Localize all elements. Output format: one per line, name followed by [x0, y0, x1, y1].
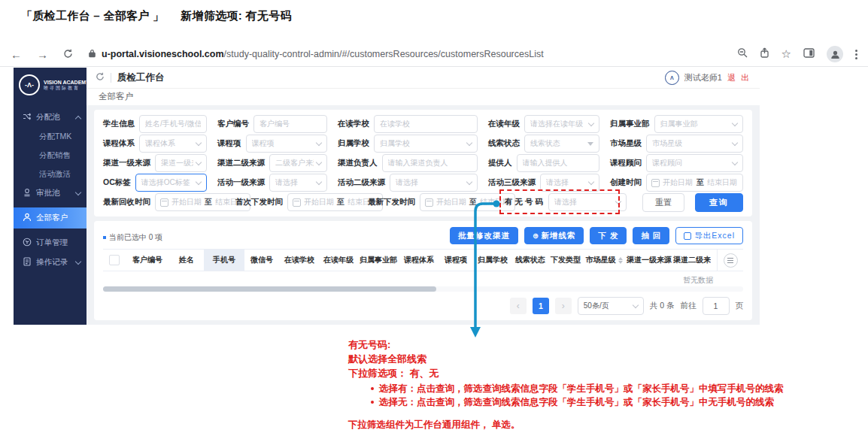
sidebar-item-分配TMK[interactable]: 分配TMK [14, 127, 86, 146]
query-button[interactable]: 查询 [695, 193, 743, 212]
sort-up-icon [618, 255, 623, 260]
menu-icon[interactable] [855, 50, 857, 59]
horizontal-scrollbar [103, 286, 743, 292]
input-在读学校[interactable]: 在读学校 [374, 115, 478, 133]
sidebar-item-活动激活[interactable]: 活动激活 [14, 165, 86, 183]
filter-label: 在读学校 [338, 119, 369, 129]
select-渠道一级来源[interactable]: 渠道一级来源 [155, 154, 207, 172]
filter-label: 创建时间 [610, 177, 642, 188]
reload-icon[interactable] [96, 71, 105, 84]
sort-icon[interactable] [618, 255, 623, 266]
filter-field-渠道负责人: 渠道负责人请输入渠道负责人 [338, 154, 488, 172]
input-客户编号[interactable]: 客户编号 [253, 115, 327, 133]
批量修改渠道-button[interactable]: 批量修改渠道 [450, 227, 518, 244]
zoom-icon[interactable] [737, 47, 748, 61]
star-icon[interactable]: ☆ [782, 47, 791, 61]
placeholder-text: 请选择OC标签 [141, 177, 193, 188]
placeholder-text: 二级客户来源 [275, 158, 314, 168]
filter-label: OC标签 [103, 177, 131, 188]
page-size-select[interactable]: 50条/页 [578, 297, 644, 315]
select-活动三级来源[interactable]: 请选择 [540, 174, 599, 192]
browser-toolbar: ← → u-portal.visioneschool.com/study-qua… [0, 42, 868, 67]
filter-field-客户编号: 客户编号客户编号 [217, 115, 338, 133]
新增线索-button[interactable]: ⊕新增线索 [524, 227, 584, 244]
chevron-down-icon [196, 140, 202, 146]
filter-field-在读年级: 在读年级请选择在读年级 [488, 115, 610, 133]
profile-icon[interactable] [827, 46, 843, 62]
sidebar-item-分配销售[interactable]: 分配销售 [14, 146, 86, 165]
filter-label: 首次下发时间 [235, 197, 283, 207]
select-活动一级来源[interactable]: 请选择 [269, 174, 327, 192]
sidebar-item-label: 分配销售 [39, 150, 80, 161]
column-header-姓名: 姓名 [169, 250, 204, 271]
input-提供人[interactable]: 请输入提供人 [517, 154, 600, 172]
sidebar-item-订单管理[interactable]: 订单管理 [14, 233, 86, 253]
chevron-down-icon [615, 198, 621, 204]
placeholder-text: 课程项 [252, 138, 314, 149]
forward-icon[interactable]: → [37, 48, 48, 61]
filter-label: 在读年级 [488, 119, 520, 129]
filter-field-创建时间: 创建时间开始日期至结束日期 [610, 174, 743, 192]
refresh-icon[interactable] [63, 48, 73, 61]
current-page-button[interactable]: 1 [533, 298, 549, 314]
logout-button[interactable]: 退 出 [727, 72, 751, 83]
sidebar-item-label: 分配池 [36, 112, 71, 123]
filter-field-归属学校: 归属学校归属学校 [338, 135, 488, 153]
下 发-button[interactable]: 下 发 [590, 227, 627, 244]
annotation-default-line: 默认选择全部线索 [348, 352, 784, 366]
back-icon[interactable]: ← [11, 48, 22, 61]
select-课程项[interactable]: 课程项 [246, 135, 328, 153]
导出Excel-button[interactable]: 导出Excel [675, 227, 743, 244]
抽 回-button[interactable]: 抽 回 [633, 227, 669, 244]
date-separator: 至 [697, 177, 704, 188]
select-活动二级来源[interactable]: 请选择 [390, 174, 478, 192]
sidebar-item-label: 审批池 [36, 188, 71, 198]
select-市场星级[interactable]: 市场星级 [646, 135, 743, 153]
pagination: ‹ 1 › 50条/页 共 0 条 前往 1 页 [103, 297, 743, 315]
shuffle-icon [23, 112, 32, 123]
tab-all-customers[interactable]: 全部客户 [99, 91, 133, 102]
filter-row: OC标签请选择OC标签活动一级来源请选择活动二级来源请选择活动三级来源请选择创建… [103, 173, 743, 192]
share-icon[interactable] [760, 47, 769, 61]
select-线索状态[interactable]: 线索状态 [524, 135, 599, 153]
select-归属学校[interactable]: 归属学校 [374, 135, 478, 153]
placeholder-text: 请选择 [396, 177, 464, 188]
select-all-checkbox[interactable] [109, 255, 120, 265]
filter-field-课程顾问: 课程顾问课程顾问 [610, 154, 743, 172]
daterange-最新下发时间[interactable]: 开始日期至结束日期 [420, 193, 515, 211]
select-在读年级[interactable]: 请选择在读年级 [524, 115, 599, 133]
next-page-button[interactable]: › [555, 298, 572, 314]
input-渠道负责人[interactable]: 请输入渠道负责人 [382, 154, 478, 172]
stamp-icon [23, 188, 32, 198]
select-有无号码[interactable]: 请选择 [548, 193, 627, 211]
chevron-down-icon [75, 189, 81, 195]
sidebar-item-分配池[interactable]: 分配池 [14, 107, 86, 127]
filter-row: 渠道一级来源渠道一级来源渠道二级来源二级客户来源渠道负责人请输入渠道负责人提供人… [103, 153, 743, 173]
tab-bar: 全部客户 [86, 89, 760, 105]
select-归属事业部[interactable]: 归属事业部 [654, 115, 744, 133]
select-渠道二级来源[interactable]: 二级客户来源 [269, 154, 327, 172]
select-OC标签[interactable]: 请选择OC标签 [135, 174, 207, 192]
scrollbar-thumb[interactable] [103, 286, 436, 292]
lock-icon [88, 49, 96, 60]
select-课程体系[interactable]: 课程体系 [139, 135, 207, 153]
filter-field-在读学校: 在读学校在读学校 [338, 115, 488, 133]
sidebar-item-全部客户[interactable]: 全部客户 [14, 207, 86, 229]
filter-label: 线索状态 [488, 138, 520, 149]
input-学生信息[interactable]: 姓名/手机号/微信号/客户 [139, 115, 207, 133]
app-window: -Λ- VISION ACADEMY 唯寻国际教育 分配池分配TMK分配销售活动… [14, 68, 760, 325]
column-settings-icon[interactable] [724, 253, 738, 268]
goto-page-input[interactable]: 1 [703, 297, 730, 315]
filter-label: 提供人 [488, 158, 512, 168]
reset-button[interactable]: 重置 [642, 193, 684, 212]
split-screen-icon[interactable] [803, 47, 815, 61]
prev-page-button[interactable]: ‹ [510, 298, 527, 314]
sidebar-item-审批池[interactable]: 审批池 [14, 183, 86, 203]
date-start-placeholder: 开始日期 [436, 197, 466, 207]
sidebar-item-操作记录[interactable]: 操作记录 [14, 253, 86, 272]
daterange-创建时间[interactable]: 开始日期至结束日期 [646, 174, 743, 192]
address-bar[interactable]: u-portal.visioneschool.com/study-quality… [88, 49, 728, 60]
date-end-placeholder: 结束日期 [707, 177, 738, 188]
select-课程顾问[interactable]: 课程顾问 [646, 154, 743, 172]
date-separator: 至 [205, 197, 212, 207]
